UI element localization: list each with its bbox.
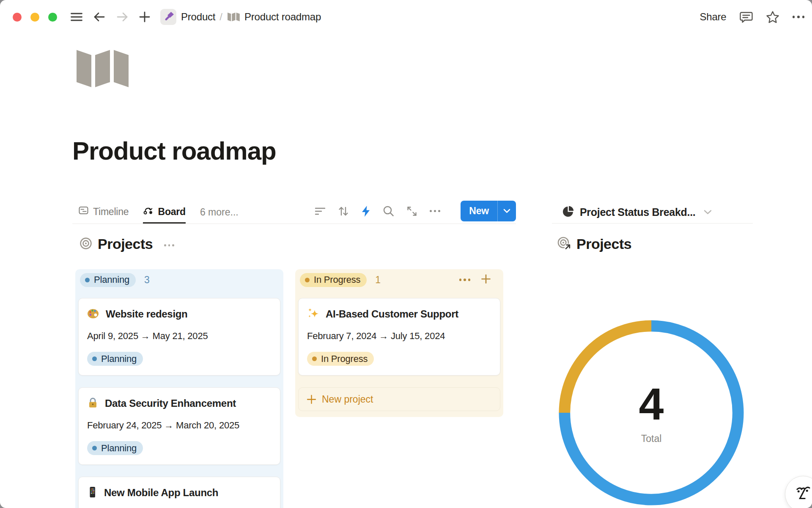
- forward-arrow-icon[interactable]: [116, 12, 128, 22]
- chart-database-title[interactable]: Projects: [557, 236, 631, 252]
- chart-panel: Project Status Breakd... Projects 4 Tota…: [552, 201, 753, 224]
- mobile-phone-icon: [87, 486, 98, 500]
- search-icon[interactable]: [383, 205, 394, 217]
- lightning-icon[interactable]: [361, 205, 370, 217]
- page-title[interactable]: Product roadmap: [72, 136, 276, 166]
- column-planning: Planning 3 Website redesign April 9, 202…: [75, 269, 283, 508]
- tag-label: Planning: [101, 443, 137, 454]
- filter-icon[interactable]: [315, 207, 326, 216]
- map-icon: [228, 12, 240, 22]
- project-card[interactable]: Website redesign April 9, 2025 → May 21,…: [78, 298, 280, 375]
- tab-timeline[interactable]: Timeline: [78, 201, 129, 224]
- target-icon: [80, 237, 92, 251]
- view-more-icon[interactable]: [430, 210, 440, 212]
- tab-label: Board: [158, 206, 185, 218]
- comments-icon[interactable]: [740, 11, 753, 23]
- column-in-progress: In Progress 1: [295, 269, 503, 417]
- card-status-tag: Planning: [87, 441, 143, 455]
- status-dot: [92, 356, 97, 361]
- card-status-tag: In Progress: [307, 352, 374, 366]
- column-add-icon[interactable]: [481, 274, 491, 286]
- status-dot: [85, 278, 90, 282]
- new-button-label[interactable]: New: [461, 205, 497, 217]
- new-entry-button[interactable]: New: [461, 201, 516, 221]
- lock-icon: [87, 397, 99, 410]
- sparkles-icon: [307, 307, 319, 321]
- status-pill-planning[interactable]: Planning: [80, 273, 136, 287]
- linked-target-icon: [557, 237, 571, 252]
- new-tab-plus-icon[interactable]: [139, 11, 150, 22]
- expand-icon[interactable]: [406, 206, 417, 217]
- card-dates: February 7, 2024 → July 15, 2024: [307, 331, 491, 342]
- back-arrow-icon[interactable]: [93, 12, 105, 22]
- view-toolbar: New: [315, 201, 516, 224]
- column-count: 3: [144, 274, 150, 286]
- project-card[interactable]: New Mobile App Launch May 1, 2025 → May …: [78, 477, 280, 508]
- card-title: AI-Based Customer Support: [326, 308, 458, 320]
- column-menu-icon[interactable]: [459, 279, 471, 281]
- window-titlebar: Product / Product roadmap Share: [0, 0, 812, 34]
- kanban-board: Planning 3 Website redesign April 9, 202…: [75, 269, 503, 508]
- tab-board[interactable]: Board: [143, 201, 185, 224]
- card-status-tag: Planning: [87, 352, 143, 366]
- tag-label: In Progress: [321, 353, 368, 364]
- zoom-window-button[interactable]: [48, 13, 57, 22]
- tag-label: Planning: [101, 353, 137, 364]
- breadcrumb-workspace-label[interactable]: Product: [181, 11, 215, 23]
- palette-icon: [87, 308, 99, 321]
- chart-selector-label[interactable]: Project Status Breakd...: [580, 206, 695, 218]
- share-button[interactable]: Share: [700, 11, 726, 23]
- pie-chart-icon: [562, 206, 574, 219]
- board-database-title[interactable]: Projects: [80, 236, 174, 252]
- tab-label: Timeline: [93, 206, 129, 218]
- more-options-icon[interactable]: [793, 16, 805, 18]
- card-dates: April 9, 2025 → May 21, 2025: [87, 331, 272, 342]
- column-header: In Progress 1: [298, 273, 500, 287]
- board-heading-label[interactable]: Projects: [98, 236, 153, 252]
- ai-face-icon: [795, 485, 812, 503]
- column-count: 1: [375, 274, 381, 286]
- timeline-icon: [78, 205, 89, 218]
- database-section: Timeline Board 6 more...: [72, 201, 516, 224]
- new-project-label: New project: [322, 394, 373, 405]
- status-label: In Progress: [314, 274, 360, 285]
- notion-ai-button[interactable]: [785, 476, 812, 508]
- hammer-icon: [163, 11, 174, 23]
- breadcrumb-separator: /: [219, 11, 222, 23]
- close-window-button[interactable]: [13, 13, 22, 22]
- status-label: Planning: [94, 274, 129, 285]
- new-project-button[interactable]: New project: [298, 387, 500, 411]
- status-dot: [312, 356, 317, 361]
- breadcrumb-page-label[interactable]: Product roadmap: [244, 11, 321, 23]
- breadcrumb-workspace[interactable]: [160, 9, 176, 25]
- card-title: New Mobile App Launch: [104, 487, 218, 499]
- board-heading-menu-icon[interactable]: [164, 244, 174, 246]
- view-tab-bar: Timeline Board 6 more...: [72, 201, 516, 224]
- status-pill-in-progress[interactable]: In Progress: [300, 273, 367, 287]
- minimize-window-button[interactable]: [30, 13, 39, 22]
- board-icon: [143, 205, 154, 218]
- status-dot: [305, 278, 310, 282]
- sort-icon[interactable]: [338, 206, 349, 217]
- status-dot: [92, 446, 97, 450]
- card-dates: February 24, 2025 → March 20, 2025: [87, 420, 272, 431]
- new-button-dropdown[interactable]: [498, 209, 516, 213]
- favorite-star-icon[interactable]: [766, 11, 779, 24]
- project-card[interactable]: AI-Based Customer Support February 7, 20…: [298, 298, 500, 375]
- project-card[interactable]: Data Security Enhancement February 24, 2…: [78, 387, 280, 465]
- card-title: Website redesign: [106, 308, 187, 320]
- page-icon-map[interactable]: [77, 50, 129, 89]
- column-header: Planning 3: [78, 273, 280, 287]
- app-window: Product / Product roadmap Share Product …: [0, 0, 812, 508]
- card-title: Data Security Enhancement: [105, 398, 236, 409]
- hamburger-menu-icon[interactable]: [71, 12, 82, 22]
- donut-chart: 4 Total: [558, 320, 744, 506]
- more-views-button[interactable]: 6 more...: [200, 207, 239, 218]
- chart-heading-label[interactable]: Projects: [576, 236, 631, 252]
- chevron-down-icon: [704, 210, 712, 215]
- chart-selector[interactable]: Project Status Breakd...: [552, 201, 753, 224]
